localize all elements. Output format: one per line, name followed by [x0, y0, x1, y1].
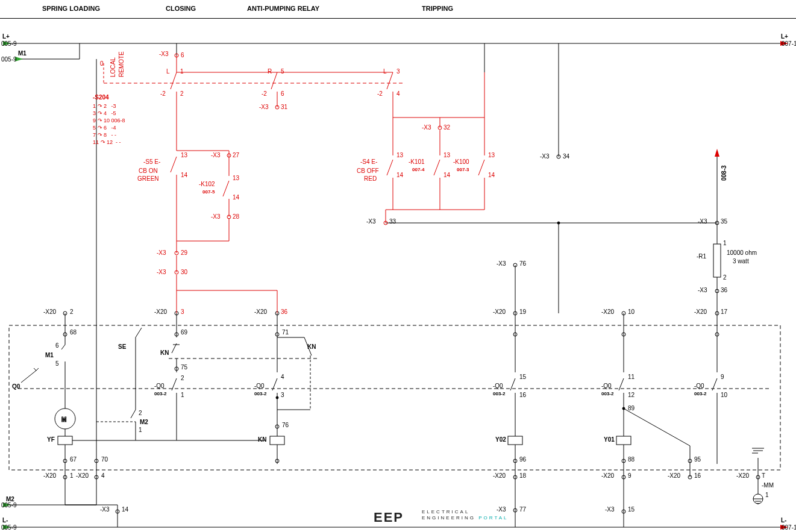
- x20-36: 36: [281, 308, 287, 316]
- in-kn1: KN: [160, 349, 169, 357]
- x3-top: -X3: [159, 51, 169, 58]
- x3-29: 29: [181, 249, 187, 257]
- k100-name: -K100: [453, 158, 469, 166]
- x20-9: 9: [628, 472, 631, 480]
- x3-76l: -X3: [497, 260, 506, 268]
- k101-name: -K101: [409, 158, 425, 166]
- svg-rect-92: [508, 436, 522, 445]
- r1-t2: 2: [723, 274, 727, 281]
- x3-36: 36: [721, 287, 727, 294]
- x20-2: 2: [70, 308, 74, 316]
- k101-13: 13: [443, 152, 450, 159]
- x3-77l: -X3: [497, 506, 506, 513]
- x20-10: 10: [628, 308, 635, 316]
- x20-10l: -X20: [601, 308, 614, 316]
- in-m1: M1: [45, 352, 54, 359]
- x3-76: 76: [519, 260, 526, 268]
- r1-t1: 1: [723, 240, 727, 247]
- in67: 67: [70, 456, 77, 463]
- x20-17: 17: [721, 308, 727, 316]
- in-y01: Y01: [604, 436, 615, 443]
- r1-name: -R1: [697, 253, 706, 260]
- in-m1-6: 6: [55, 342, 59, 349]
- lbl-lminus-l: L-: [2, 517, 8, 524]
- sw-t1: 1: [180, 68, 184, 75]
- in-m2-2: 2: [139, 410, 142, 417]
- x3-14l: -X3: [100, 506, 110, 513]
- q0ref-e: 003-2: [694, 390, 706, 398]
- x3-15: 15: [628, 506, 635, 513]
- q0ref-d: 003-2: [601, 390, 613, 398]
- svg-point-81: [276, 396, 278, 399]
- sw-t4: 4: [396, 90, 400, 98]
- q0-t16: 16: [519, 392, 526, 399]
- x20-3l: -X20: [154, 308, 167, 316]
- mm-name: -MM: [762, 482, 774, 489]
- lbl-005-9c: 005-9: [1, 524, 17, 531]
- x20-18: 18: [519, 472, 526, 480]
- x3-27: 27: [233, 152, 239, 159]
- x20-2l: -X20: [43, 308, 56, 316]
- x3-14: 14: [122, 506, 128, 513]
- k101-ref: 007-4: [412, 166, 424, 174]
- svg-text:M: M: [61, 416, 66, 423]
- q0-t10: 10: [721, 392, 727, 399]
- s204-pos0: 0: [100, 60, 104, 67]
- electrical-schematic: SPRING LOADING CLOSING ANTI-PUMPING RELA…: [0, 0, 796, 532]
- x3-33: 33: [389, 218, 396, 225]
- svg-rect-58: [58, 436, 72, 445]
- q0-t15: 15: [519, 374, 526, 381]
- r1-pw: 3 watt: [733, 258, 749, 265]
- in89: 89: [628, 405, 635, 412]
- lbl-005-9a: 005-9: [1, 40, 17, 48]
- in69: 69: [181, 329, 187, 336]
- in70: 70: [101, 456, 108, 463]
- q0-t11: 11: [628, 374, 635, 381]
- q0l-a: -Q0: [154, 383, 165, 390]
- k102-14: 14: [233, 194, 239, 201]
- lbl-lminus-r: L-: [781, 517, 786, 524]
- x3-28: 28: [233, 213, 239, 221]
- q0-t1: 1: [181, 392, 184, 399]
- s4-name: -S4 E-: [360, 158, 377, 166]
- r1-val: 10000 ohm: [727, 249, 757, 257]
- s5-13: 13: [181, 152, 187, 159]
- svg-rect-84: [270, 436, 284, 445]
- x20-1: 1: [70, 472, 74, 480]
- s204-name: -S204: [93, 94, 109, 101]
- x20-9l: -X20: [601, 472, 614, 480]
- q0-t3: 3: [281, 392, 284, 399]
- svg-point-102: [622, 407, 625, 410]
- x20-36l: -X20: [254, 308, 267, 316]
- lbl-008-3: 008-3: [721, 165, 728, 181]
- swL2: L: [383, 68, 387, 75]
- x3-32l: -X3: [422, 124, 431, 131]
- x20-4l: -X20: [76, 472, 89, 480]
- sw-t2: 2: [180, 90, 184, 98]
- k102-ref: 007-5: [202, 189, 215, 196]
- q0l-e: -Q0: [694, 383, 704, 390]
- x3-35l: -X3: [698, 218, 707, 225]
- x3-6: 6: [181, 52, 184, 59]
- swL1: L: [166, 68, 170, 75]
- lbl-lplus-left: L+: [2, 33, 10, 40]
- x20-1l: -X20: [43, 472, 56, 480]
- in76: 76: [282, 422, 289, 429]
- lbl-007-1b: 007-1: [782, 524, 796, 531]
- x3-33l: -X3: [366, 218, 376, 225]
- s204-rows: 1 ↷ 2 -3 3 ↷ 4 -5 9 ↷ 10 006-8 5 ↷ 6 -4 …: [93, 102, 125, 146]
- x3-27l: -X3: [211, 152, 221, 159]
- x20-19: 19: [519, 308, 526, 316]
- in75: 75: [181, 364, 187, 371]
- in-se: SE: [118, 343, 126, 351]
- k102-name: -K102: [199, 181, 215, 188]
- q0-t2: 2: [181, 375, 184, 382]
- in-kncoil: KN: [258, 436, 266, 443]
- k102-13: 13: [233, 175, 239, 182]
- x20-17l: -X20: [694, 308, 707, 316]
- x3-34: 34: [563, 153, 569, 160]
- sw-t3: 3: [396, 68, 400, 75]
- in71: 71: [282, 329, 289, 336]
- sw-n2b: -2: [262, 90, 267, 98]
- x3-34l: -X3: [540, 153, 550, 160]
